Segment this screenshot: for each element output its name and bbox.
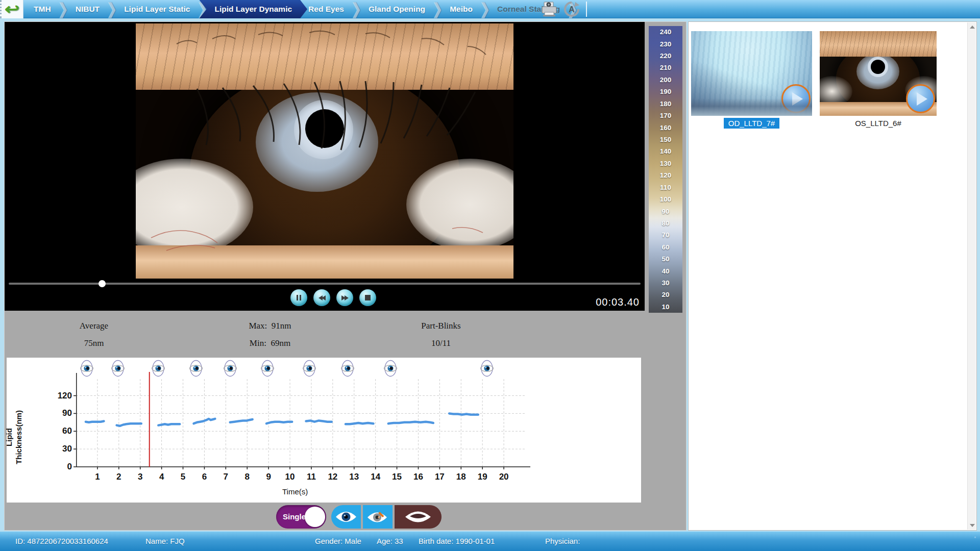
eye-closed-icon xyxy=(404,510,432,523)
stats-band: Average 75nm Max: 91nm Min: 69nm Part-Bl… xyxy=(5,316,645,356)
rewind-button[interactable] xyxy=(313,289,330,306)
status-corner-mark: ◦ xyxy=(974,535,976,540)
print-button[interactable] xyxy=(540,1,559,17)
tab-red-eyes[interactable]: Red Eyes xyxy=(300,0,352,18)
x-tick-label: 13 xyxy=(347,472,362,482)
physician-field: Physician: xyxy=(545,537,580,545)
patient-id: ID: 4872206720033160624 xyxy=(15,537,108,545)
playback-controls xyxy=(290,289,376,306)
tab-lipid-layer-static[interactable]: Lipid Layer Static xyxy=(116,0,198,18)
patient-name: Name: FJQ xyxy=(145,537,185,545)
chevron-separator-icon: ❯ xyxy=(432,1,443,18)
fast-forward-button[interactable] xyxy=(336,289,353,306)
x-tick-label: 14 xyxy=(368,472,383,482)
back-button[interactable]: ↩ xyxy=(0,0,23,18)
blink-markers-row xyxy=(7,360,641,379)
x-tick-label: 9 xyxy=(261,472,276,482)
x-tick-label: 17 xyxy=(432,472,447,482)
right-panel-scrollbar[interactable] xyxy=(967,22,976,530)
app-window: ↩ TMH❯NIBUT❯Lipid Layer Static❯Lipid Lay… xyxy=(0,0,980,551)
scale-value: 90 xyxy=(649,205,682,217)
average-label: Average xyxy=(43,321,145,331)
x-tick-label: 1 xyxy=(90,472,105,482)
scale-value: 140 xyxy=(649,145,682,157)
lipid-thickness-chart: LipidThickness(nm) Time(s) 1234567891011… xyxy=(7,358,641,503)
blink-marker-icon xyxy=(111,360,125,377)
nav-icons: A xyxy=(540,0,581,18)
tab-meibo[interactable]: Meibo xyxy=(442,0,481,18)
play-os-video-button[interactable] xyxy=(906,84,935,113)
x-tick-label: 19 xyxy=(475,472,490,482)
scale-value: 180 xyxy=(649,98,682,110)
tab-gland-opening[interactable]: Gland Opening xyxy=(360,0,433,18)
thumbnail-od-label[interactable]: OD_LLTD_7# xyxy=(691,119,812,128)
x-tick-label: 7 xyxy=(218,472,233,482)
scale-value: 210 xyxy=(649,62,682,73)
chevron-separator-icon: ❯ xyxy=(58,1,68,18)
thumbnail-os-label[interactable]: OS_LLTD_6# xyxy=(820,119,937,128)
eye-open-view-button[interactable] xyxy=(331,505,361,529)
scale-value: 230 xyxy=(649,38,682,49)
eye-edit-icon xyxy=(366,510,389,524)
scale-value: 10 xyxy=(649,301,682,313)
y-axis-title: LipidThickness(nm) xyxy=(5,407,24,468)
patient-age: Age: 33 xyxy=(377,537,403,545)
scroll-up-button[interactable] xyxy=(968,22,976,31)
rewind-icon xyxy=(318,295,326,300)
eye-closed-button[interactable] xyxy=(395,505,442,529)
auto-capture-button[interactable]: A xyxy=(562,1,581,18)
stop-button[interactable] xyxy=(359,289,376,306)
tab-nibut[interactable]: NIBUT xyxy=(67,0,108,18)
stop-icon xyxy=(365,295,371,300)
analysis-panel: 00:03.40 2402302202102001901801701601501… xyxy=(4,21,687,531)
scale-value: 100 xyxy=(649,193,682,205)
thumbnail-os-lltd-6[interactable] xyxy=(820,31,937,116)
eye-open-icon xyxy=(335,510,357,523)
top-navbar: ↩ TMH❯NIBUT❯Lipid Layer Static❯Lipid Lay… xyxy=(0,0,980,18)
x-tick-label: 18 xyxy=(453,472,469,482)
chevron-separator-icon: ❯ xyxy=(480,1,490,18)
eye-video-frame xyxy=(136,23,513,279)
mini-upper-eyelid xyxy=(820,31,937,57)
y-tick-label: 30 xyxy=(52,444,72,454)
x-tick-label: 12 xyxy=(325,472,340,482)
y-tick-label: 60 xyxy=(52,426,72,436)
scale-value: 130 xyxy=(649,158,682,169)
tab-lipid-layer-dynamic[interactable]: Lipid Layer Dynamic xyxy=(199,0,307,18)
scale-value: 240 xyxy=(649,26,682,38)
x-tick-label: 4 xyxy=(154,472,169,482)
thumbnail-od-lltd-7[interactable] xyxy=(691,31,812,116)
svg-text:A: A xyxy=(569,5,575,14)
scroll-down-button[interactable] xyxy=(968,521,976,530)
seek-thumb[interactable] xyxy=(99,280,106,287)
back-arrow-icon: ↩ xyxy=(5,2,20,17)
single-toggle-label: Single xyxy=(283,512,306,521)
x-tick-label: 10 xyxy=(282,472,298,482)
chevron-separator-icon: ❯ xyxy=(107,1,117,18)
x-tick-label: 3 xyxy=(133,472,148,482)
fast-forward-icon xyxy=(341,295,349,300)
x-axis-title: Time(s) xyxy=(282,487,308,496)
x-tick-label: 5 xyxy=(176,472,191,482)
scale-value: 190 xyxy=(649,86,682,97)
thickness-color-scale: 2402302202102001901801701601501401301201… xyxy=(649,26,682,313)
x-tick-label: 2 xyxy=(111,472,127,482)
pause-button[interactable] xyxy=(290,289,307,306)
video-seek-bar[interactable] xyxy=(9,283,641,285)
chevron-separator-icon: ❯ xyxy=(351,1,361,18)
scale-value: 20 xyxy=(649,289,682,300)
scale-value: 80 xyxy=(649,217,682,229)
play-icon xyxy=(792,92,803,106)
scale-value: 30 xyxy=(649,277,682,289)
arrow-down-icon xyxy=(970,524,975,527)
part-blinks-label: Part-Blinks xyxy=(390,321,492,331)
eye-edit-button[interactable] xyxy=(363,505,393,529)
blink-marker-icon xyxy=(261,360,274,377)
tab-tmh[interactable]: TMH xyxy=(26,0,59,18)
toggle-knob[interactable] xyxy=(305,507,325,527)
single-mode-toggle[interactable]: Single xyxy=(276,505,326,529)
mini-pupil xyxy=(871,60,885,74)
play-od-video-button[interactable] xyxy=(781,84,811,113)
play-icon xyxy=(917,92,927,106)
display-mode-controls: Single xyxy=(276,505,442,529)
